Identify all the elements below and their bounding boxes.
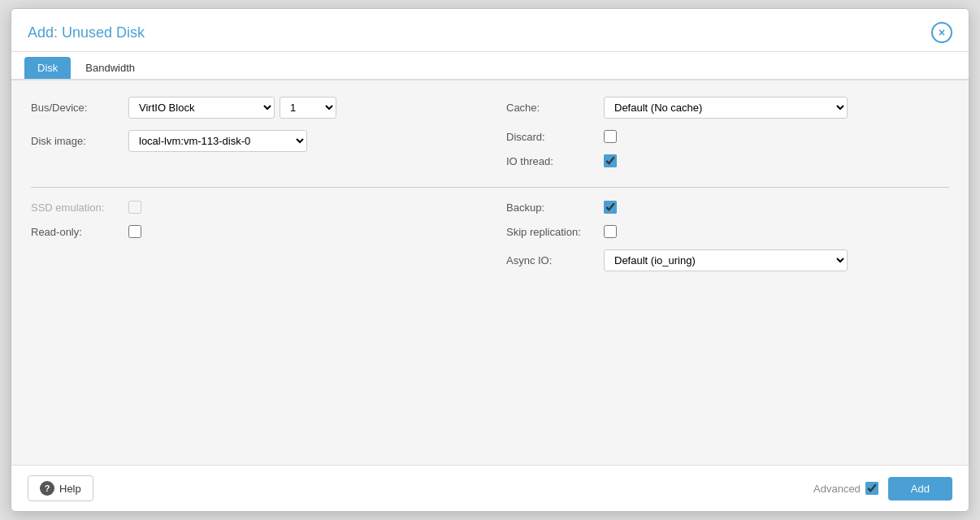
footer-right: Advanced Add [813, 477, 952, 500]
device-num-select[interactable]: 1 2 3 [280, 97, 336, 119]
io-thread-row: IO thread: [506, 154, 949, 167]
bottom-left-column: SSD emulation: Read-only: [31, 201, 474, 283]
discard-label: Discard: [506, 131, 604, 143]
help-label: Help [59, 483, 81, 495]
discard-row: Discard: [506, 130, 949, 143]
skip-replication-checkbox[interactable] [604, 225, 617, 238]
dialog-title: Add: Unused Disk [28, 24, 145, 41]
tab-bar: Disk Bandwidth [11, 52, 969, 80]
ssd-emulation-label: SSD emulation: [31, 202, 128, 214]
read-only-label: Read-only: [31, 226, 128, 238]
add-button[interactable]: Add [888, 477, 952, 500]
disk-image-row: Disk image: local-lvm:vm-113-disk-0 [31, 130, 474, 152]
form-grid: Bus/Device: VirtIO Block IDE SATA SCSI 1… [31, 97, 949, 283]
discard-checkbox[interactable] [604, 130, 617, 143]
dialog-body: Bus/Device: VirtIO Block IDE SATA SCSI 1… [11, 80, 969, 465]
advanced-text: Advanced [813, 483, 861, 495]
dialog-footer: ? Help Advanced Add [11, 465, 969, 511]
bus-device-control: VirtIO Block IDE SATA SCSI 1 2 3 [128, 97, 474, 119]
backup-label: Backup: [506, 202, 604, 214]
add-unused-disk-dialog: Add: Unused Disk × Disk Bandwidth Bus/De… [11, 8, 969, 512]
skip-replication-control [604, 225, 949, 238]
cache-label: Cache: [506, 102, 604, 114]
left-column: Bus/Device: VirtIO Block IDE SATA SCSI 1… [31, 97, 474, 179]
dialog-header: Add: Unused Disk × [11, 9, 969, 52]
bus-device-label: Bus/Device: [31, 102, 128, 114]
skip-replication-row: Skip replication: [506, 225, 949, 238]
discard-control [604, 130, 949, 143]
disk-image-label: Disk image: [31, 135, 128, 147]
async-io-select[interactable]: Default (io_uring) io_uring native threa… [604, 249, 848, 271]
ssd-emulation-row: SSD emulation: [31, 201, 474, 214]
advanced-label[interactable]: Advanced [813, 482, 878, 495]
skip-replication-label: Skip replication: [506, 226, 604, 238]
disk-image-select[interactable]: local-lvm:vm-113-disk-0 [128, 130, 307, 152]
tab-bandwidth[interactable]: Bandwidth [72, 57, 148, 79]
close-button[interactable]: × [931, 22, 952, 43]
ssd-emulation-checkbox[interactable] [128, 201, 141, 214]
io-thread-checkbox[interactable] [604, 154, 617, 167]
bus-device-row: Bus/Device: VirtIO Block IDE SATA SCSI 1… [31, 97, 474, 119]
backup-checkbox[interactable] [604, 201, 617, 214]
cache-control: Default (No cache) No cache Write throug… [604, 97, 949, 119]
async-io-label: Async IO: [506, 254, 604, 266]
tab-disk[interactable]: Disk [24, 57, 71, 79]
backup-row: Backup: [506, 201, 949, 214]
read-only-control [128, 225, 474, 238]
async-io-control: Default (io_uring) io_uring native threa… [604, 249, 949, 271]
help-button[interactable]: ? Help [28, 475, 93, 501]
cache-row: Cache: Default (No cache) No cache Write… [506, 97, 949, 119]
read-only-checkbox[interactable] [128, 225, 141, 238]
advanced-checkbox[interactable] [865, 482, 878, 495]
io-thread-control [604, 154, 949, 167]
bus-select[interactable]: VirtIO Block IDE SATA SCSI [128, 97, 275, 119]
io-thread-label: IO thread: [506, 155, 604, 167]
cache-select[interactable]: Default (No cache) No cache Write throug… [604, 97, 848, 119]
backup-control [604, 201, 949, 214]
right-column: Cache: Default (No cache) No cache Write… [506, 97, 949, 179]
read-only-row: Read-only: [31, 225, 474, 238]
section-divider [31, 187, 949, 188]
ssd-emulation-control [128, 201, 474, 214]
bottom-right-column: Backup: Skip replication: Async IO: [506, 201, 949, 283]
help-icon: ? [40, 481, 54, 496]
disk-image-control: local-lvm:vm-113-disk-0 [128, 130, 474, 152]
async-io-row: Async IO: Default (io_uring) io_uring na… [506, 249, 949, 271]
